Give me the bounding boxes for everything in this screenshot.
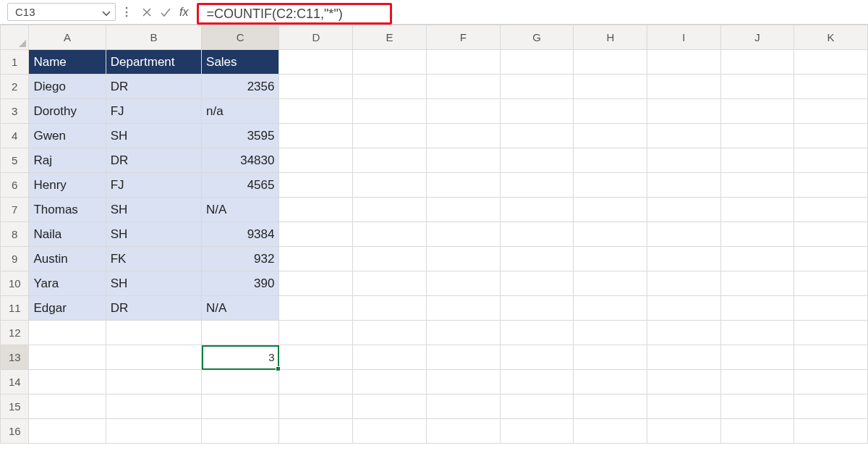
cell-H5[interactable] [574,148,647,173]
row-header-2[interactable]: 2 [1,75,29,99]
row-header-5[interactable]: 5 [1,148,29,173]
cell-H15[interactable] [574,394,647,419]
row-header-14[interactable]: 14 [1,370,29,394]
cell-I6[interactable] [647,173,720,198]
cell-A11[interactable]: Edgar [29,296,106,321]
cell-K4[interactable] [794,124,868,148]
cell-G8[interactable] [500,222,574,247]
cell-A3[interactable]: Dorothy [29,99,106,124]
cell-J9[interactable] [720,247,794,271]
cell-A8[interactable]: Naila [29,222,106,247]
cell-A5[interactable]: Raj [29,148,106,173]
cell-I4[interactable] [647,124,720,148]
cell-C13[interactable]: 3 [202,345,279,370]
cell-D3[interactable] [279,99,353,124]
cell-E12[interactable] [353,321,427,345]
cell-F6[interactable] [426,173,500,198]
cell-D1[interactable] [279,50,353,75]
cell-C11[interactable]: N/A [202,296,279,321]
column-header-I[interactable]: I [647,25,720,50]
cell-H3[interactable] [574,99,647,124]
cell-B1[interactable]: Department [106,50,201,75]
cell-C15[interactable] [202,394,279,419]
cell-E10[interactable] [353,271,427,296]
cell-J10[interactable] [720,271,794,296]
cell-I2[interactable] [647,75,720,99]
row-header-16[interactable]: 16 [1,419,29,444]
cell-K5[interactable] [794,148,868,173]
cell-B15[interactable] [106,394,201,419]
cell-H9[interactable] [574,247,647,271]
cell-A16[interactable] [29,419,106,444]
cell-K1[interactable] [794,50,868,75]
cancel-formula-button[interactable] [137,3,156,21]
cell-I8[interactable] [647,222,720,247]
cell-K12[interactable] [794,321,868,345]
cell-H7[interactable] [574,198,647,222]
cell-J7[interactable] [720,198,794,222]
cell-E4[interactable] [353,124,427,148]
cell-F13[interactable] [426,345,500,370]
cell-D16[interactable] [279,419,353,444]
cell-D4[interactable] [279,124,353,148]
cell-G2[interactable] [500,75,574,99]
cell-A12[interactable] [29,321,106,345]
cell-F16[interactable] [426,419,500,444]
cell-C2[interactable]: 2356 [202,75,279,99]
cell-F9[interactable] [426,247,500,271]
spreadsheet-grid[interactable]: ABCDEFGHIJK1NameDepartmentSales2DiegoDR2… [0,25,868,444]
cell-H12[interactable] [574,321,647,345]
cell-G7[interactable] [500,198,574,222]
cell-K13[interactable] [794,345,868,370]
column-header-H[interactable]: H [574,25,647,50]
cell-D2[interactable] [279,75,353,99]
cell-H1[interactable] [574,50,647,75]
cell-C9[interactable]: 932 [202,247,279,271]
row-header-3[interactable]: 3 [1,99,29,124]
cell-C5[interactable]: 34830 [202,148,279,173]
accept-formula-button[interactable] [156,3,175,21]
cell-I14[interactable] [647,370,720,394]
cell-E6[interactable] [353,173,427,198]
cell-B8[interactable]: SH [106,222,201,247]
cell-F14[interactable] [426,370,500,394]
cell-C4[interactable]: 3595 [202,124,279,148]
cell-F11[interactable] [426,296,500,321]
more-options-icon[interactable]: ⋮ [120,3,133,21]
column-header-A[interactable]: A [29,25,106,50]
cell-D5[interactable] [279,148,353,173]
cell-B5[interactable]: DR [106,148,201,173]
cell-G12[interactable] [500,321,574,345]
cell-K6[interactable] [794,173,868,198]
cell-A1[interactable]: Name [29,50,106,75]
cell-J3[interactable] [720,99,794,124]
cell-J11[interactable] [720,296,794,321]
cell-I16[interactable] [647,419,720,444]
cell-C3[interactable]: n/a [202,99,279,124]
chevron-down-icon[interactable] [102,8,111,17]
cell-I15[interactable] [647,394,720,419]
cell-C6[interactable]: 4565 [202,173,279,198]
cell-H6[interactable] [574,173,647,198]
row-header-11[interactable]: 11 [1,296,29,321]
cell-H2[interactable] [574,75,647,99]
cell-E16[interactable] [353,419,427,444]
cell-J15[interactable] [720,394,794,419]
row-header-12[interactable]: 12 [1,321,29,345]
cell-B6[interactable]: FJ [106,173,201,198]
cell-F12[interactable] [426,321,500,345]
cell-B10[interactable]: SH [106,271,201,296]
fx-icon[interactable]: fx [175,3,192,21]
cell-G11[interactable] [500,296,574,321]
cell-D11[interactable] [279,296,353,321]
cell-C7[interactable]: N/A [202,198,279,222]
cell-B2[interactable]: DR [106,75,201,99]
cell-G16[interactable] [500,419,574,444]
cell-A2[interactable]: Diego [29,75,106,99]
cell-G4[interactable] [500,124,574,148]
cell-I3[interactable] [647,99,720,124]
cell-J2[interactable] [720,75,794,99]
row-header-9[interactable]: 9 [1,247,29,271]
cell-E3[interactable] [353,99,427,124]
cell-I11[interactable] [647,296,720,321]
